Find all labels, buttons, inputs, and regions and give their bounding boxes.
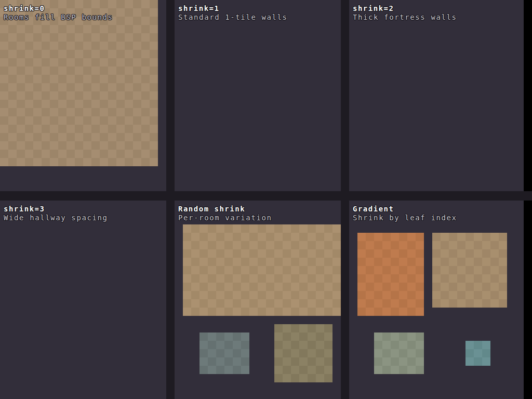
room-rect [200, 332, 249, 374]
panel-title: shrink=1 [178, 4, 341, 13]
panel-shrink-0: shrink=0 Rooms fill BSP bounds [0, 0, 166, 191]
rooms-layer [349, 201, 524, 399]
panel-header: shrink=0 Rooms fill BSP bounds [0, 0, 166, 22]
panel-title: Gradient [353, 205, 524, 214]
panel-gradient: Gradient Shrink by leaf index [349, 201, 524, 399]
panel-title: shrink=0 [4, 4, 166, 13]
bsp-demo-stage: shrink=0 Rooms fill BSP bounds shrink=1 … [0, 0, 532, 399]
room-rect [183, 224, 341, 316]
rooms-layer [0, 0, 166, 191]
panel-title: Random shrink [178, 205, 341, 214]
panel-header: Gradient Shrink by leaf index [349, 201, 524, 222]
room-rect [0, 0, 158, 166]
panel-subtitle: Rooms fill BSP bounds [4, 13, 166, 22]
panel-shrink-3: shrink=3 Wide hallway spacing [0, 201, 166, 399]
panel-header: shrink=1 Standard 1-tile walls [175, 0, 341, 22]
panel-header: shrink=3 Wide hallway spacing [0, 201, 166, 222]
rooms-layer [349, 0, 524, 191]
room-rect [432, 233, 507, 308]
room-rect [374, 332, 424, 374]
rooms-layer [175, 0, 341, 191]
rooms-layer [175, 201, 341, 399]
rooms-layer [0, 201, 166, 399]
room-rect [274, 324, 332, 382]
room-rect [466, 341, 490, 366]
panel-shrink-1: shrink=1 Standard 1-tile walls [175, 0, 341, 191]
panel-subtitle: Standard 1-tile walls [178, 13, 341, 22]
panel-subtitle: Per-room variation [178, 214, 341, 222]
row-divider [0, 191, 532, 201]
panel-random-shrink: Random shrink Per-room variation [175, 201, 341, 399]
panel-shrink-2: shrink=2 Thick fortress walls [349, 0, 524, 191]
room-rect [357, 233, 424, 316]
panel-subtitle: Thick fortress walls [353, 13, 524, 22]
panel-subtitle: Wide hallway spacing [4, 214, 166, 222]
panel-header: Random shrink Per-room variation [175, 201, 341, 222]
panel-subtitle: Shrink by leaf index [353, 214, 524, 222]
panel-title: shrink=2 [353, 4, 524, 13]
panel-title: shrink=3 [4, 205, 166, 214]
panel-header: shrink=2 Thick fortress walls [349, 0, 524, 22]
